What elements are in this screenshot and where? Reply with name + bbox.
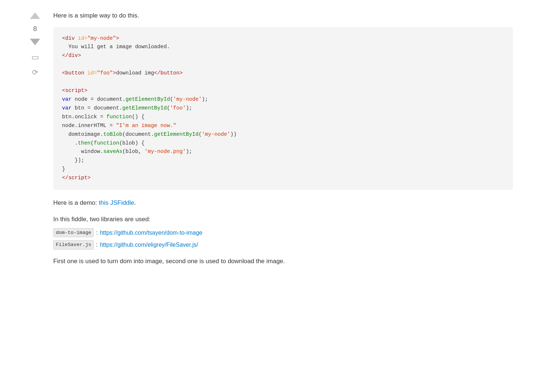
libraries-title: In this fiddle, two libraries are used: [53, 214, 513, 224]
summary-text: First one is used to turn dom into image… [53, 256, 513, 266]
library-item-2: FileSaver.js : https://github.com/eligre… [53, 240, 513, 250]
code-block: <div id="my-node"> You will get a image … [53, 27, 513, 190]
demo-text-after: . [134, 199, 136, 206]
demo-text-before: Here is a demo: [53, 199, 99, 206]
demo-line: Here is a demo: this JSFiddle. [53, 198, 513, 208]
vote-count: 8 [33, 25, 37, 33]
vote-down-button[interactable] [30, 39, 40, 45]
intro-text: Here is a simple way to do this. [53, 11, 513, 20]
lib2-link[interactable]: https://github.com/eligrey/FileSaver.js/ [100, 240, 198, 250]
history-icon[interactable]: ⟳ [32, 68, 38, 77]
page-container: 8 ▭ ⟳ Here is a simple way to do this. <… [13, 7, 524, 270]
lib2-separator: : [96, 240, 97, 250]
main-content: Here is a simple way to do this. <div id… [46, 11, 513, 266]
lib1-separator: : [96, 228, 97, 238]
lib1-name: dom-to-image [53, 228, 94, 238]
jsfiddle-link[interactable]: this JSFiddle [99, 199, 134, 206]
bookmark-icon[interactable]: ▭ [31, 53, 39, 62]
vote-up-button[interactable] [30, 12, 40, 19]
lib2-name: FileSaver.js [53, 240, 94, 250]
sidebar: 8 ▭ ⟳ [24, 11, 46, 266]
lib1-link[interactable]: https://github.com/tsayen/dom-to-image [100, 228, 202, 238]
library-item-1: dom-to-image : https://github.com/tsayen… [53, 228, 513, 238]
